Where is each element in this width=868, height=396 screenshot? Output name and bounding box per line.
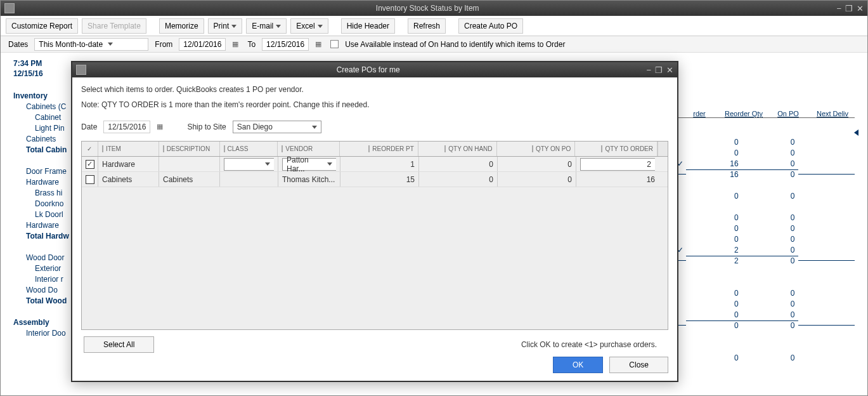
header-class: CLASS [220,142,278,156]
ship-to-site-select[interactable]: San Diego [233,121,321,133]
report-value-row [677,277,855,287]
col-order: rder [677,110,722,117]
cell-item[interactable]: Hardware [98,157,159,171]
calendar-icon[interactable]: ▦ [157,122,165,131]
calendar-icon[interactable]: ▦ [232,40,241,49]
refresh-button[interactable]: Refresh [408,18,446,34]
report-value-row: ✓160 [677,158,855,169]
report-value-row: 00 [677,287,855,298]
row-checkbox[interactable] [86,175,94,184]
cell-on-po: 0 [742,159,799,168]
filter-row: Dates This Month-to-date From 12/01/2016… [1,36,867,53]
cell-vendor[interactable]: Patton Har... [278,157,340,171]
cell-reorder-qty: 0 [686,213,742,222]
report-right-columns: rder Reorder Qty On PO Next Deliv 0000✓1… [677,110,855,363]
dialog-icon [76,65,86,75]
grid-row[interactable]: ✓HardwarePatton Har...1002 [82,157,668,172]
select-all-button[interactable]: Select All [84,336,154,353]
from-label: From [155,40,172,49]
checkmark-icon [677,174,686,175]
cell-qty-to-order[interactable]: 16 [576,172,659,187]
chevron-down-icon [312,126,317,129]
create-auto-po-button[interactable]: Create Auto PO [458,18,523,34]
report-value-row [677,126,855,136]
cell-qty-to-order[interactable]: 2 [576,157,659,171]
customize-report-button[interactable]: Customize Report [6,18,78,34]
cell-qty-on-hand: 0 [419,157,498,171]
excel-button[interactable]: Excel [290,18,328,34]
cell-reorder-qty: 0 [686,224,742,233]
cell-item[interactable]: Cabinets [98,172,159,187]
dialog-info-1: Select which items to order. QuickBooks … [81,85,668,94]
row-checkbox[interactable]: ✓ [86,160,94,169]
calendar-icon[interactable]: ▦ [315,40,324,49]
dialog-close-btn[interactable]: Close [609,357,668,373]
cell-on-po: 0 [742,310,799,319]
cell-reorder-qty: 16 [686,169,742,179]
share-template-button[interactable]: Share Template [82,18,146,34]
report-value-row [677,201,855,212]
cell-description[interactable] [159,157,220,171]
header-vendor: VENDOR [278,142,340,156]
cell-description[interactable]: Cabinets [159,172,220,187]
dialog-minimize-button[interactable]: − [646,65,651,75]
report-value-row: 00 [677,223,855,234]
cell-class[interactable] [220,157,278,171]
dates-range-select[interactable]: This Month-to-date [34,38,148,51]
checkmark-icon: ✓ [677,246,686,254]
checkmark-icon [677,260,686,261]
ok-button[interactable]: OK [553,357,603,373]
cell-on-po: 0 [742,320,799,330]
cell-reorder-qty: 0 [686,320,742,330]
cell-on-po: 0 [742,256,799,265]
cell-reorder-qty: 16 [686,159,742,168]
report-value-row: 00 [677,320,855,331]
print-button[interactable]: Print [208,18,243,34]
cell-reorder-qty: 0 [686,138,742,147]
header-item: ITEM [98,142,159,156]
to-date-input[interactable]: 12/15/2016 [262,38,309,51]
report-value-row: 00 [677,212,855,223]
toolbar: Customize Report Share Template Memorize… [1,16,867,36]
grid-scrollbar[interactable] [657,142,668,156]
report-value-row: 00 [677,352,855,363]
po-items-grid: ✓ ITEM DESCRIPTION CLASS VENDOR REORDER … [81,141,668,330]
dialog-close-button[interactable]: ✕ [666,65,673,75]
cell-class[interactable] [220,172,278,187]
chevron-down-icon [108,43,113,46]
cell-vendor[interactable]: Thomas Kitch... [278,172,340,187]
cell-qty-on-po: 0 [498,157,576,171]
date-label: Date [81,122,97,131]
checkmark-icon [677,325,686,326]
chevron-down-icon [276,25,281,28]
dialog-info-2: Note: QTY TO ORDER is 1 more than the it… [81,100,668,109]
from-date-input[interactable]: 12/01/2016 [179,38,226,51]
cell-reorder-pt: 15 [340,172,419,187]
dialog-date-input[interactable]: 12/15/2016 [103,121,150,133]
cell-qty-on-po: 0 [498,172,576,187]
use-available-checkbox[interactable] [330,40,339,48]
report-value-row: 00 [677,309,855,320]
cell-reorder-qty: 2 [686,246,742,254]
main-titlebar: Inventory Stock Status by Item − ❐ ✕ [1,1,867,16]
dialog-restore-button[interactable]: ❐ [655,65,663,75]
grid-row[interactable]: CabinetsCabinetsThomas Kitch...150016 [82,172,668,187]
create-pos-dialog: Create POs for me − ❐ ✕ Select which ite… [71,61,678,382]
use-available-label: Use Available instead of On Hand to iden… [345,40,565,49]
dialog-titlebar: Create POs for me − ❐ ✕ [72,62,677,77]
close-button[interactable]: ✕ [857,4,864,13]
cell-next-deliv [798,325,855,326]
hide-header-button[interactable]: Hide Header [341,18,395,34]
memorize-button[interactable]: Memorize [159,18,204,34]
cell-reorder-qty: 0 [686,148,742,157]
email-button[interactable]: E-mail [246,18,287,34]
cell-next-deliv [798,174,855,175]
restore-button[interactable]: ❐ [845,4,853,13]
header-qty-on-po: QTY ON PO [497,142,576,156]
report-value-row [677,180,855,190]
to-label: To [247,40,256,49]
header-checkmark: ✓ [82,142,98,156]
cell-next-deliv [798,260,855,261]
minimize-button[interactable]: − [836,4,841,13]
cell-reorder-pt: 1 [340,157,419,171]
